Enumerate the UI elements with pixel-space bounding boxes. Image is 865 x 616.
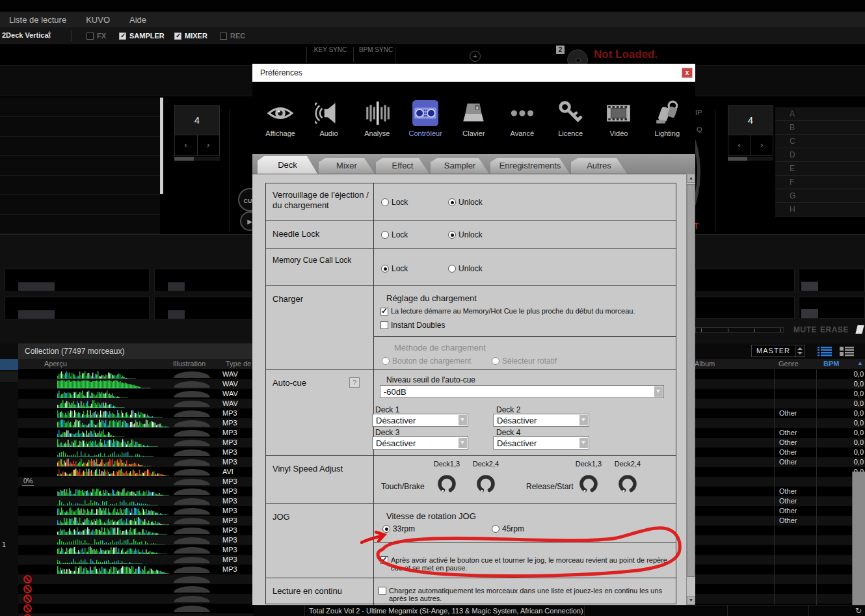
sampler-slot[interactable] <box>799 297 865 319</box>
jog-45rpm-radio[interactable] <box>492 525 499 533</box>
menu-item-liste-de-lecture[interactable]: Liste de lecture <box>9 15 66 25</box>
column-artwork[interactable]: Illustration <box>173 360 206 368</box>
nav-item-affichage[interactable]: Affichage <box>258 100 303 137</box>
dropdown-arrow-icon[interactable] <box>579 438 588 448</box>
tab-enregistrements[interactable]: Enregistrements <box>490 158 570 174</box>
dropdown-arrow-icon[interactable] <box>654 386 663 397</box>
needle-lock-radio[interactable] <box>381 231 389 239</box>
sort-arrow-icon[interactable]: ▲ <box>857 360 863 366</box>
scrollbar-thumb[interactable] <box>687 184 695 577</box>
hotcue-slot-e[interactable]: E <box>775 162 865 176</box>
hotcue-slot-d[interactable]: D <box>775 148 865 162</box>
hotcue-slot-h[interactable]: H <box>775 203 865 217</box>
master-deck-selector[interactable]: MASTER <box>751 345 795 357</box>
autocue-level-select[interactable]: -60dB <box>380 385 664 398</box>
eject-lock-radio[interactable] <box>381 198 389 206</box>
hotcue-slot-g[interactable]: G <box>775 189 865 203</box>
load-button-radio[interactable] <box>382 357 390 365</box>
tab-sampler[interactable]: Sampler <box>431 158 489 174</box>
eject-unlock-radio[interactable] <box>448 198 456 206</box>
right-prev-button[interactable]: ‹ <box>728 135 751 155</box>
tab-effect[interactable]: Effect <box>376 158 429 174</box>
nav-item-lighting[interactable]: Lighting <box>645 100 690 137</box>
nav-item-vid-o[interactable]: Vidéo <box>596 100 641 137</box>
toggle-rec[interactable]: REC <box>220 32 245 40</box>
bpm-sync-button[interactable]: BPM SYNC <box>355 46 397 54</box>
hotcue-slot-c[interactable]: C <box>775 135 865 148</box>
nav-item-audio[interactable]: Audio <box>306 100 351 137</box>
sampler-erase-button[interactable]: ERASE <box>820 325 849 334</box>
toggle-mixer[interactable]: MIXER <box>174 32 207 40</box>
continuous-play-checkbox[interactable] <box>379 587 386 595</box>
memory-lock-radio[interactable] <box>381 265 389 273</box>
hotcue-slot-b[interactable]: B <box>775 121 865 135</box>
rotary-selector-radio[interactable] <box>492 357 499 365</box>
detail-view-icon[interactable] <box>840 347 854 356</box>
note-icon[interactable] <box>855 325 864 334</box>
column-genre[interactable]: Genre <box>778 360 799 368</box>
memory-unlock-radio[interactable] <box>448 265 456 273</box>
master-spinner[interactable] <box>795 345 805 357</box>
dialog-titlebar[interactable]: Préférences x <box>252 64 695 82</box>
toggle-sampler[interactable]: SAMPLER <box>119 32 165 40</box>
nav-item-contr-leur[interactable]: Contrôleur <box>403 100 448 137</box>
right-next-button[interactable]: › <box>751 135 773 155</box>
left-next-button[interactable]: › <box>198 135 220 155</box>
refresh-icon[interactable]: ↻ <box>855 606 862 615</box>
sampler-volume-slider[interactable] <box>695 327 784 333</box>
column-bpm[interactable]: BPM <box>823 360 839 368</box>
column-type[interactable]: Type de <box>226 360 251 368</box>
jog-cue-return-checkbox[interactable] <box>380 556 388 564</box>
nav-item-clavier[interactable]: xClavier <box>451 100 496 137</box>
left-prev-button[interactable]: ‹ <box>175 135 198 155</box>
column-album[interactable]: Album <box>695 360 715 368</box>
hotcue-slot-a[interactable]: A <box>775 107 865 121</box>
memory-cue-start-checkbox[interactable] <box>380 308 388 315</box>
vinyl-knob-deck2-4[interactable] <box>618 474 637 494</box>
list-view-icon-active[interactable] <box>818 347 832 356</box>
menu-item-aide[interactable]: Aide <box>129 15 146 25</box>
close-button[interactable]: x <box>682 68 693 78</box>
vinyl-knob-deck1-3[interactable] <box>437 474 457 494</box>
preview-cell <box>57 369 169 379</box>
sampler-slot[interactable] <box>5 269 150 292</box>
deck-1-autocue-select[interactable]: Désactiver <box>372 414 468 427</box>
sampler-slot[interactable] <box>695 297 795 319</box>
sampler-slot[interactable] <box>5 297 150 320</box>
dropdown-arrow-icon[interactable] <box>459 415 467 425</box>
right-scroll-panel[interactable] <box>852 472 865 616</box>
plus-icon[interactable]: + <box>470 51 481 62</box>
key-sync-button[interactable]: KEY SYNC <box>310 46 351 54</box>
sampler-slot[interactable] <box>799 269 865 292</box>
instant-doubles-checkbox[interactable] <box>380 321 388 329</box>
tab-deck[interactable]: Deck <box>258 156 317 174</box>
dropdown-arrow-icon[interactable] <box>459 438 467 448</box>
deck-3-autocue-select[interactable]: Désactiver <box>372 436 468 449</box>
column-preview[interactable]: Aperçu <box>44 360 67 368</box>
layout-selector[interactable]: 2Deck Vertical <box>2 31 51 39</box>
sampler-mute-button[interactable]: MUTE <box>793 325 817 334</box>
sampler-slot[interactable] <box>695 269 795 292</box>
hotcue-slot-f[interactable]: F <box>775 176 865 189</box>
nav-item-licence[interactable]: Licence <box>548 100 593 137</box>
tab-autres[interactable]: Autres <box>571 158 627 174</box>
sampler-slot[interactable] <box>154 297 252 320</box>
tab-mixer[interactable]: Mixer <box>319 158 375 174</box>
dropdown-arrow-icon[interactable] <box>579 415 588 425</box>
menu-item-kuvo[interactable]: KUVO <box>86 15 110 25</box>
vinyl-knob-deck2-4[interactable] <box>476 474 496 494</box>
scroll-down-icon[interactable]: ▼ <box>687 596 695 605</box>
toggle-fx[interactable]: FX <box>86 32 106 40</box>
dialog-scrollbar[interactable]: ▲ ▼ <box>686 174 695 605</box>
sampler-slot[interactable] <box>154 269 252 292</box>
help-button[interactable]: ? <box>349 377 360 388</box>
deck-2-autocue-select[interactable]: Désactiver <box>493 414 589 427</box>
vinyl-knob-deck1-3[interactable] <box>579 474 598 494</box>
scroll-up-icon[interactable]: ▲ <box>687 174 695 183</box>
deck-4-autocue-select[interactable]: Désactiver <box>493 436 589 449</box>
jog-33rpm-radio[interactable] <box>382 525 390 533</box>
needle-unlock-radio[interactable] <box>448 231 456 239</box>
nav-item-analyse[interactable]: Analyse <box>354 100 400 137</box>
layout-chevron-icons[interactable]: ▲▼ <box>47 30 52 40</box>
nav-item-avanc[interactable]: Avancé <box>499 100 545 137</box>
